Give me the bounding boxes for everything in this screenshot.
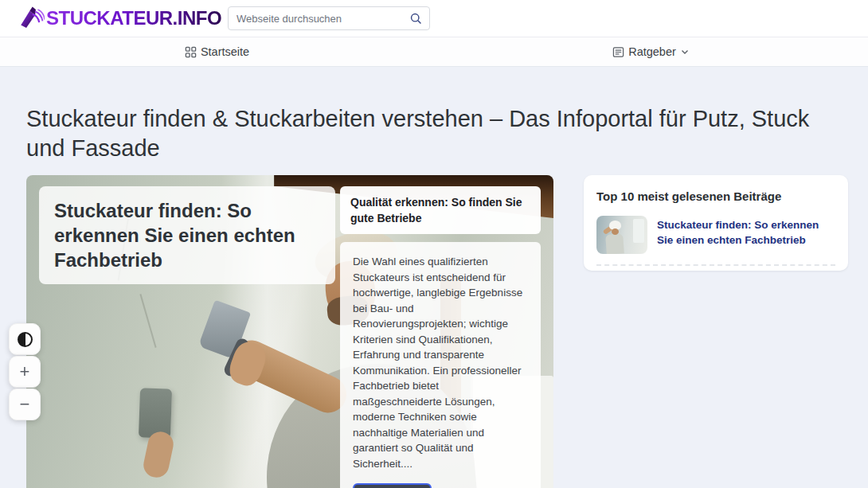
hero-headline: Stuckateur finden: So erkennen Sie einen… xyxy=(54,198,320,272)
trowel-logo-icon xyxy=(18,5,45,32)
search-icon[interactable] xyxy=(409,12,423,25)
hero-headline-box[interactable]: Stuckateur finden: So erkennen Sie einen… xyxy=(39,186,335,284)
read-article-button[interactable]: Artikel lesen xyxy=(353,483,432,488)
nav-label: Ratgeber xyxy=(628,45,676,58)
site-logo[interactable]: STUCKATEUR.INFO xyxy=(18,5,221,32)
page-title: Stuckateur finden & Stuckarbeiten verste… xyxy=(26,104,831,163)
post-link[interactable]: Stuckateur finden: So erkennen Sie einen… xyxy=(657,216,835,254)
article-excerpt: Die Wahl eines qualifizierten Stuckateur… xyxy=(353,254,530,471)
plus-icon: + xyxy=(20,361,30,382)
article-card-title: Qualität erkennen: So finden Sie gute Be… xyxy=(340,186,541,234)
brand-name: STUCKATEUR.INFO xyxy=(46,7,221,29)
contrast-toggle-button[interactable] xyxy=(9,323,41,355)
article-icon xyxy=(612,46,624,58)
post-thumbnail[interactable] xyxy=(596,216,647,254)
top-post-item[interactable]: Stuckateur finden: So erkennen Sie einen… xyxy=(596,216,835,266)
site-search xyxy=(228,6,430,30)
main-content: Stuckateur finden & Stuckarbeiten verste… xyxy=(26,104,848,488)
search-input[interactable] xyxy=(237,13,409,25)
top-posts-card: Top 10 meist gelesenen Beiträge Stuckate… xyxy=(584,175,848,271)
grid-icon xyxy=(185,46,197,58)
contrast-icon xyxy=(18,332,33,347)
main-nav: Startseite Ratgeber xyxy=(0,37,868,67)
article-card-body: Die Wahl eines qualifizierten Stuckateur… xyxy=(340,242,541,488)
top-header: STUCKATEUR.INFO xyxy=(0,0,868,37)
nav-item-startseite[interactable]: Startseite xyxy=(185,45,249,58)
hero-article-slide: Stuckateur finden: So erkennen Sie einen… xyxy=(26,175,553,488)
minus-icon: − xyxy=(20,394,30,415)
hero-article-panel: Qualität erkennen: So finden Sie gute Be… xyxy=(340,186,541,488)
photo-wall-crack xyxy=(139,294,156,348)
photo-plaster-hawk xyxy=(139,388,172,438)
nav-item-ratgeber[interactable]: Ratgeber xyxy=(612,45,690,58)
chevron-down-icon xyxy=(680,47,690,57)
font-decrease-button[interactable]: − xyxy=(9,388,41,420)
nav-label: Startseite xyxy=(201,45,249,58)
accessibility-toolbar: + − xyxy=(9,323,41,420)
font-increase-button[interactable]: + xyxy=(9,356,41,388)
top-posts-title: Top 10 meist gelesenen Beiträge xyxy=(596,189,835,203)
